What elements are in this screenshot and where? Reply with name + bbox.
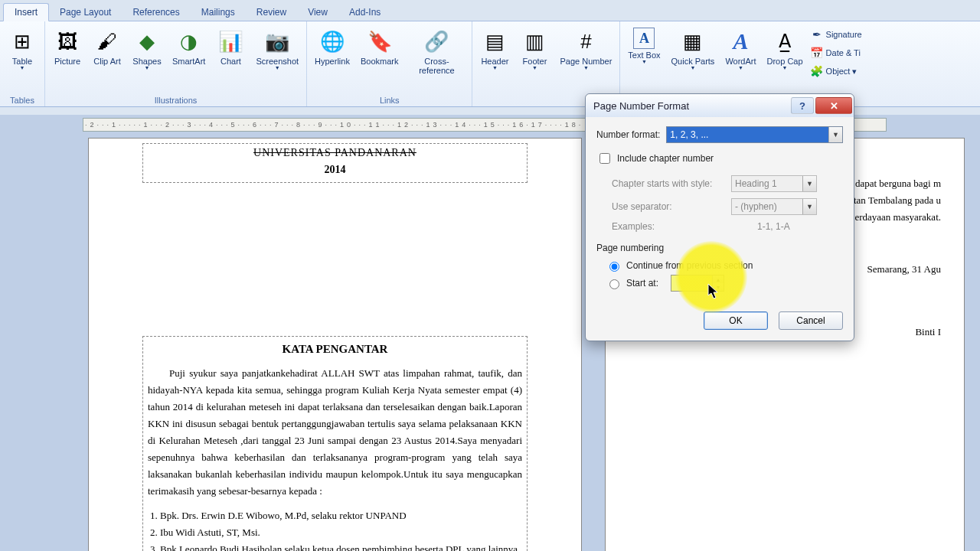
examples-label: Examples: — [612, 221, 725, 232]
tab-view[interactable]: View — [297, 4, 338, 21]
hyperlink-button[interactable]: 🌐Hyperlink — [312, 23, 353, 67]
tab-add-ins[interactable]: Add-Ins — [338, 4, 391, 21]
include-chapter-checkbox[interactable] — [599, 153, 610, 164]
hyperlink-label: Hyperlink — [315, 55, 350, 66]
date-icon: 📅 — [811, 47, 823, 59]
doc-list: Bpk. Drs. Erwin D.E Wibowo, M.Pd, selaku… — [149, 507, 522, 551]
drop-cap-button[interactable]: A̲Drop Cap▼ — [764, 23, 806, 72]
doc-paragraph: Puji syukur saya panjatkankehadirat ALLA… — [148, 365, 522, 500]
smartart-icon: ◑ — [175, 28, 203, 55]
chevron-up-icon[interactable]: ▲ — [713, 276, 724, 283]
object-icon: 🧩 — [811, 65, 823, 77]
clip-art-button[interactable]: 🖌Clip Art — [90, 23, 125, 67]
start-at-radio[interactable] — [609, 279, 619, 289]
page-number-label: Page Number — [560, 55, 612, 66]
ok-button[interactable]: OK — [704, 311, 768, 330]
start-at-label: Start at: — [626, 278, 666, 289]
quick-parts-button[interactable]: ▦Quick Parts▼ — [668, 23, 718, 72]
continue-radio[interactable] — [609, 262, 619, 272]
tab-review[interactable]: Review — [246, 4, 297, 21]
picture-label: Picture — [54, 55, 80, 66]
bookmark-icon: 🔖 — [366, 28, 394, 55]
picture-button[interactable]: 🖼Picture — [50, 23, 85, 67]
start-at-value[interactable] — [671, 276, 712, 291]
picture-icon: 🖼 — [54, 28, 81, 55]
page-1[interactable]: UNIVERSITAS PANDANARAN 2014 KATA PENGANT… — [88, 138, 582, 551]
list-item: Bpk.Leonardo Budi Hasiholan selaku ketua… — [160, 541, 522, 551]
dialog-help-button[interactable]: ? — [791, 97, 814, 114]
chevron-down-icon: ▼ — [583, 65, 589, 70]
chevron-down-icon: ▼ — [532, 65, 537, 70]
signature-line-button[interactable]: ✒Signature — [811, 26, 862, 43]
table-icon: ⊞ — [8, 28, 36, 55]
chevron-down-icon: ▼ — [20, 65, 25, 70]
separator-combo: - (hyphen) ▼ — [731, 198, 817, 215]
header-year: 2014 — [146, 164, 524, 176]
chevron-down-icon[interactable]: ▼ — [713, 283, 724, 291]
chart-icon: 📊 — [217, 28, 244, 55]
footer-label: Footer — [523, 55, 547, 66]
chevron-down-icon: ▼ — [275, 65, 280, 70]
wordart-button[interactable]: AWordArt▼ — [722, 23, 759, 72]
shapes-button[interactable]: ◆Shapes▼ — [129, 23, 165, 72]
object-button[interactable]: 🧩Object ▾ — [811, 63, 862, 80]
chapter-style-value: Heading 1 — [735, 178, 777, 189]
continue-radio-label: Continue from previous section — [626, 260, 753, 271]
signature-line-label: Signature — [826, 30, 862, 39]
dialog-close-button[interactable]: ✕ — [815, 97, 852, 114]
signature-icon: ✒ — [811, 28, 823, 41]
chevron-down-icon: ▼ — [802, 199, 816, 214]
header-label: Header — [481, 55, 508, 66]
cross-reference-button[interactable]: 🔗Cross-reference — [406, 23, 467, 77]
dialog-title: Page Number Format — [593, 100, 689, 112]
shapes-icon: ◆ — [133, 28, 161, 55]
tab-references[interactable]: References — [122, 4, 190, 21]
screenshot-label: Screenshot — [256, 55, 299, 66]
page-number-button[interactable]: #Page Number▼ — [557, 23, 615, 72]
group-tables-label: Tables — [5, 96, 40, 106]
chevron-down-icon: ▼ — [145, 65, 150, 70]
table-button[interactable]: ⊞ Table ▼ — [5, 23, 40, 72]
bookmark-button[interactable]: 🔖Bookmark — [358, 23, 402, 67]
chart-button[interactable]: 📊Chart — [213, 23, 248, 67]
cross-reference-label: Cross-reference — [409, 55, 464, 75]
start-at-spin[interactable]: ▲▼ — [671, 275, 724, 292]
page-body[interactable]: KATA PENGANTAR Puji syukur saya panjatka… — [142, 336, 528, 551]
clip-art-label: Clip Art — [93, 55, 120, 66]
footer-button[interactable]: ▥Footer▼ — [517, 23, 552, 72]
ribbon-tab-row: Insert Page Layout References Mailings R… — [0, 0, 980, 21]
cancel-button[interactable]: Cancel — [779, 311, 843, 330]
header-line1: UNIVERSITAS PANDANARAN — [146, 147, 524, 159]
cross-reference-icon: 🔗 — [423, 28, 450, 55]
smartart-button[interactable]: ◑SmartArt — [169, 23, 208, 67]
tab-page-layout[interactable]: Page Layout — [49, 4, 122, 21]
page-number-format-dialog: Page Number Format ? ✕ Number format: 1,… — [585, 93, 854, 341]
text-box-button[interactable]: AText Box▼ — [625, 23, 663, 66]
include-chapter-label: Include chapter number — [617, 153, 714, 164]
number-format-label: Number format: — [596, 129, 660, 140]
chevron-down-icon: ▼ — [782, 65, 788, 70]
wordart-icon: A — [727, 28, 754, 55]
tab-insert[interactable]: Insert — [3, 3, 49, 21]
chevron-down-icon[interactable]: ▼ — [828, 127, 842, 142]
page-numbering-title: Page numbering — [596, 243, 843, 253]
list-item: Ibu Widi Astuti, ST, Msi. — [160, 524, 522, 541]
number-format-combo[interactable]: 1, 2, 3, ... ▼ — [666, 126, 843, 143]
list-item: Bpk. Drs. Erwin D.E Wibowo, M.Pd, selaku… — [160, 507, 522, 524]
chevron-down-icon: ▼ — [690, 65, 695, 70]
drop-cap-label: Drop Cap — [767, 55, 803, 66]
drop-cap-icon: A̲ — [771, 28, 799, 55]
hyperlink-icon: 🌐 — [318, 28, 346, 55]
dialog-titlebar[interactable]: Page Number Format ? ✕ — [586, 94, 854, 117]
screenshot-button[interactable]: 📷Screenshot▼ — [253, 23, 302, 72]
quick-parts-label: Quick Parts — [671, 55, 715, 66]
chart-label: Chart — [220, 55, 241, 66]
date-time-button[interactable]: 📅Date & Ti — [811, 44, 862, 61]
tab-mailings[interactable]: Mailings — [191, 4, 246, 21]
page-header[interactable]: UNIVERSITAS PANDANARAN 2014 — [142, 143, 528, 183]
start-at-spin-buttons[interactable]: ▲▼ — [712, 276, 724, 291]
page-number-icon: # — [572, 28, 599, 55]
number-format-value: 1, 2, 3, ... — [670, 129, 708, 140]
text-extras: ✒Signature 📅Date & Ti 🧩Object ▾ — [811, 23, 862, 80]
header-button[interactable]: ▤Header▼ — [477, 23, 512, 72]
